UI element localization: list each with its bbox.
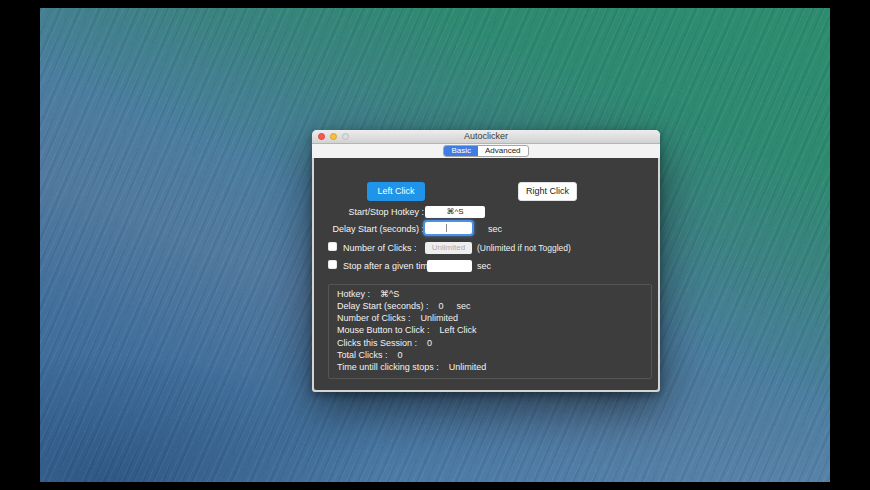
left-click-button[interactable]: Left Click: [367, 182, 425, 201]
status-session-clicks: Clicks this Session : 0: [337, 339, 643, 348]
status-delay: Delay Start (seconds) : 0 sec: [337, 302, 643, 311]
status-mouse-button: Mouse Button to Click : Left Click: [337, 326, 643, 335]
status-delay-value: 0: [439, 302, 444, 311]
delay-unit-label: sec: [488, 225, 502, 234]
desktop: Autoclicker Basic Advanced Left Click Ri…: [0, 0, 870, 490]
close-button-icon[interactable]: [318, 133, 325, 140]
number-of-clicks-checkbox[interactable]: [328, 242, 337, 251]
tab-segmented-control: Basic Advanced: [443, 145, 528, 157]
status-total-clicks-value: 0: [398, 351, 403, 360]
status-delay-label: Delay Start (seconds) :: [337, 302, 429, 311]
title-bar[interactable]: Autoclicker: [312, 130, 660, 144]
window-title: Autoclicker: [464, 132, 508, 141]
status-time-stop-label: Time untill clicking stops :: [337, 363, 439, 372]
unlimited-hint-label: (Unlimited if not Toggled): [477, 244, 571, 253]
status-session-clicks-label: Clicks this Session :: [337, 339, 417, 348]
status-mouse-button-value: Left Click: [440, 326, 477, 335]
status-clicks-value: Unlimited: [421, 314, 459, 323]
status-hotkey-value: ⌘^S: [380, 290, 399, 299]
status-session-clicks-value: 0: [427, 339, 432, 348]
text-caret: [446, 224, 447, 232]
right-click-button[interactable]: Right Click: [518, 182, 577, 201]
status-time-stop: Time untill clicking stops : Unlimited: [337, 363, 643, 372]
hotkey-input[interactable]: ⌘^S: [425, 206, 485, 218]
zoom-button-icon: [342, 133, 349, 140]
status-hotkey: Hotkey : ⌘^S: [337, 290, 643, 299]
number-of-clicks-input[interactable]: Unlimited: [425, 242, 472, 254]
status-total-clicks: Total Clicks : 0: [337, 351, 643, 360]
number-of-clicks-label: Number of Clicks :: [343, 244, 417, 253]
status-mouse-button-label: Mouse Button to Click :: [337, 326, 430, 335]
minimize-button-icon[interactable]: [330, 133, 337, 140]
delay-start-input[interactable]: [425, 222, 472, 234]
stop-after-time-checkbox[interactable]: [328, 260, 337, 269]
tab-advanced[interactable]: Advanced: [478, 146, 528, 156]
status-panel: Hotkey : ⌘^S Delay Start (seconds) : 0 s…: [328, 284, 652, 379]
autoclicker-window: Autoclicker Basic Advanced Left Click Ri…: [312, 130, 660, 392]
status-time-stop-value: Unlimited: [449, 363, 487, 372]
tab-basic[interactable]: Basic: [444, 146, 478, 156]
basic-tab-panel: Left Click Right Click Start/Stop Hotkey…: [314, 158, 658, 390]
stop-after-time-label: Stop after a given time :: [343, 262, 438, 271]
stop-after-time-input[interactable]: [427, 260, 472, 272]
stop-unit-label: sec: [477, 262, 491, 271]
status-clicks: Number of Clicks : Unlimited: [337, 314, 643, 323]
status-total-clicks-label: Total Clicks :: [337, 351, 388, 360]
status-hotkey-label: Hotkey :: [337, 290, 370, 299]
tab-strip: Basic Advanced: [312, 144, 660, 158]
status-clicks-label: Number of Clicks :: [337, 314, 411, 323]
status-delay-unit: sec: [457, 302, 471, 311]
hotkey-label: Start/Stop Hotkey :: [324, 208, 424, 217]
delay-start-label: Delay Start (seconds) :: [324, 225, 424, 234]
